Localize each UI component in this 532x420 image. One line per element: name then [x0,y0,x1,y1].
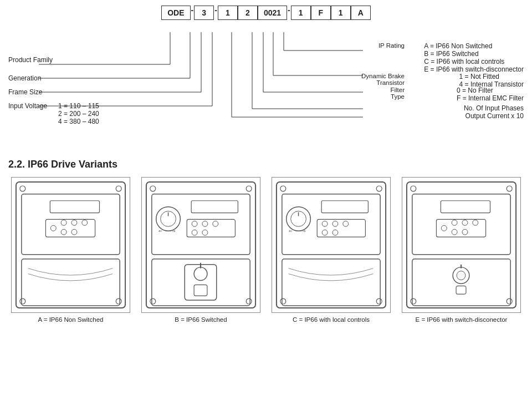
iv1: 1 = 110 – 115 [58,102,99,110]
svg-rect-52 [185,265,216,300]
svg-text:⇒: ⇒ [302,229,306,234]
right-labels: IP Rating A = IP66 Non Switched B = IP66… [280,20,524,148]
variant-a-image [11,177,130,313]
svg-point-57 [280,186,286,191]
pn-0021: 0021 [258,6,287,20]
svg-point-47 [202,221,208,226]
svg-text:⇐: ⇐ [158,229,162,234]
svg-point-48 [213,221,218,226]
svg-rect-44 [191,201,238,213]
svg-text:⇒: ⇒ [172,229,176,234]
variant-e-label: E = IP66 with switch-disconector [416,316,508,323]
svg-point-84 [452,220,457,225]
svg-point-70 [332,221,338,226]
iv2: 2 = 200 – 240 [58,110,99,118]
variants-row: A = IP66 Non Switched ⇐ ⇒ [8,177,524,323]
svg-rect-74 [282,259,380,306]
svg-point-22 [116,298,121,304]
ip-b: B = IP66 Switched [424,50,524,58]
pn-1c: 1 [331,6,351,20]
svg-point-85 [462,220,468,225]
svg-rect-93 [456,286,466,294]
ip-c: C = IP66 with local controls [424,58,524,65]
part-number-section: ODE - 3 - 1 2 0021 - 1 F 1 A [8,6,524,148]
svg-point-72 [322,230,328,235]
dbt-title: Dynamic BrakeTransistor [361,73,405,86]
svg-point-36 [150,298,156,304]
svg-point-90 [453,267,469,284]
variant-b-svg: ⇐ ⇒ [142,178,260,312]
svg-point-49 [192,230,197,235]
svg-rect-80 [412,194,510,255]
pn-a: A [351,6,371,20]
svg-point-87 [452,229,457,235]
variant-b-image: ⇐ ⇒ [141,177,260,313]
svg-point-78 [411,298,416,304]
svg-point-29 [82,220,88,225]
frame-size-label: Frame Size [8,88,42,96]
svg-point-26 [50,225,56,231]
svg-rect-25 [45,219,95,237]
svg-point-69 [322,221,328,226]
svg-point-46 [192,221,197,226]
left-labels: Product Family Generation Frame Size Inp… [8,20,175,148]
pn-3: 3 [194,6,214,20]
svg-rect-68 [317,219,365,237]
no-phases: No. Of Input Phases [464,104,524,112]
svg-point-62 [287,207,311,231]
svg-rect-23 [22,194,120,255]
variant-c-svg: ⇐ ⇒ [272,178,390,312]
svg-point-21 [20,298,25,304]
variant-c: ⇐ ⇒ C = IP66 with local controls [269,177,393,323]
svg-point-88 [462,229,468,235]
output-current: Output Current x 10 [466,112,524,120]
svg-text:⇐: ⇐ [289,229,293,234]
ip-e: E = IP66 with switch-disconnector [424,65,524,73]
section-title: 2.2. IP66 Drive Variants [8,159,524,170]
variant-c-image: ⇐ ⇒ [272,177,391,313]
svg-point-83 [441,225,447,231]
svg-rect-24 [50,201,99,213]
variant-a-svg [12,178,130,312]
svg-point-77 [507,186,512,191]
input-voltage-label: Input Voltage [8,102,47,110]
filter0: 0 = No Filter [457,87,524,94]
svg-point-27 [61,220,66,225]
svg-point-53 [194,267,207,281]
svg-point-60 [376,298,382,304]
svg-point-71 [343,221,349,226]
svg-point-86 [473,220,478,225]
variant-b: ⇐ ⇒ B = IP66 Switched [139,177,263,323]
variant-e: E = IP66 with switch-disconector [399,177,524,323]
svg-point-50 [202,230,208,235]
iv4: 4 = 380 – 480 [58,118,99,125]
pn-f: F [311,6,331,20]
svg-point-34 [150,186,156,191]
svg-rect-82 [436,219,485,237]
svg-point-31 [71,229,77,235]
svg-point-37 [246,298,252,304]
svg-point-35 [246,186,252,191]
svg-point-19 [20,186,25,191]
svg-point-30 [61,229,66,235]
svg-rect-45 [187,219,235,237]
svg-rect-81 [441,201,490,213]
pn-ode: ODE [161,6,190,20]
product-family-label: Product Family [8,56,53,64]
ip-a: A = IP66 Non Switched [424,42,524,50]
variant-b-label: B = IP66 Switched [175,316,227,323]
svg-point-20 [116,186,121,191]
svg-point-59 [280,298,286,304]
pn-sep2: - [214,6,218,20]
pn-2: 2 [238,6,258,20]
variant-e-image [402,177,521,313]
svg-rect-67 [321,201,368,213]
variant-c-label: C = IP66 with local controls [293,316,370,323]
ip-rating-title: IP Rating [378,42,405,49]
filter-type-title1: Filter [390,87,405,93]
svg-point-39 [156,207,181,231]
filter-type-title2: Type [390,93,405,100]
variant-a: A = IP66 Non Switched [8,177,133,323]
svg-point-58 [376,186,382,191]
pn-1: 1 [218,6,238,20]
